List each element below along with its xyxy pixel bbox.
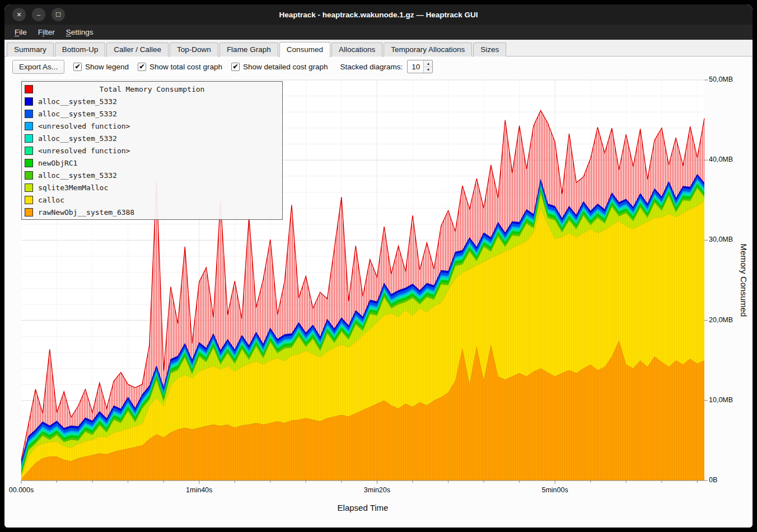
checkmark-icon: ✔ bbox=[73, 63, 82, 71]
menu-settings[interactable]: Settings bbox=[60, 26, 99, 39]
legend-color-swatch bbox=[25, 208, 33, 216]
spinbox-arrows: ▲ ▼ bbox=[423, 60, 432, 73]
legend-color-swatch bbox=[25, 171, 33, 180]
checkmark-icon: ✔ bbox=[138, 63, 146, 71]
legend-item-label: rawNewObj__system_6388 bbox=[38, 208, 134, 216]
chart-area: Total Memory Consumptionalloc__system_53… bbox=[4, 77, 753, 528]
tab-summary[interactable]: Summary bbox=[7, 43, 54, 57]
checkmark-icon: ✔ bbox=[231, 63, 240, 71]
legend-item-label: alloc__system_5332 bbox=[38, 171, 117, 180]
legend-title: Total Memory Consumption bbox=[22, 85, 282, 93]
stacked-diagrams-value: 10 bbox=[408, 60, 423, 73]
legend-color-swatch bbox=[25, 196, 33, 204]
legend-color-swatch bbox=[25, 183, 33, 192]
tab-temporary-allocations[interactable]: Temporary Allocations bbox=[384, 43, 472, 57]
y-axis-tick-label: 10,0MB bbox=[709, 396, 733, 404]
legend-item-label: alloc__system_5332 bbox=[38, 134, 117, 143]
maximize-button[interactable]: ☐ bbox=[52, 8, 65, 21]
checkbox-label: Show detailed cost graph bbox=[243, 63, 328, 71]
titlebar[interactable]: ✕ – ☐ Heaptrack - heaptrack.wakunode.1.g… bbox=[4, 4, 753, 25]
x-axis-title: Elapsed Time bbox=[338, 503, 389, 512]
tab-top-down[interactable]: Top-Down bbox=[170, 43, 218, 57]
stacked-diagrams-label: Stacked diagrams: bbox=[340, 63, 403, 71]
toolbar: Export As... ✔Show legend✔Show total cos… bbox=[4, 57, 753, 77]
chart-legend: Total Memory Consumptionalloc__system_53… bbox=[21, 81, 283, 220]
checkbox-show-detailed-cost-graph[interactable]: ✔Show detailed cost graph bbox=[231, 63, 328, 71]
tab-caller-callee[interactable]: Caller / Callee bbox=[106, 43, 169, 57]
legend-item-unresolved-function: <unresolved function> bbox=[22, 144, 282, 157]
legend-item-alloc-system-5332: alloc__system_5332 bbox=[22, 132, 282, 144]
y-axis-tick-label: 30,0MB bbox=[709, 236, 733, 243]
checkbox-label: Show legend bbox=[85, 63, 129, 71]
legend-item-calloc: calloc bbox=[22, 194, 282, 206]
minimize-icon: – bbox=[37, 12, 40, 18]
spin-up-button[interactable]: ▲ bbox=[424, 60, 432, 67]
legend-color-swatch bbox=[25, 122, 33, 130]
close-button[interactable]: ✕ bbox=[12, 8, 26, 21]
legend-item-newobjrc1: newObjRC1 bbox=[22, 157, 282, 169]
tab-sizes[interactable]: Sizes bbox=[473, 43, 506, 57]
legend-item-rawnewobj-system-6388: rawNewObj__system_6388 bbox=[22, 206, 282, 218]
chevron-down-icon: ▼ bbox=[426, 68, 430, 72]
checkbox-label: Show total cost graph bbox=[149, 63, 222, 71]
checkbox-group: ✔Show legend✔Show total cost graph✔Show … bbox=[73, 63, 328, 71]
close-icon: ✕ bbox=[16, 12, 21, 18]
checkbox-show-total-cost-graph[interactable]: ✔Show total cost graph bbox=[138, 63, 222, 71]
legend-item-label: newObjRC1 bbox=[38, 159, 77, 167]
legend-item-alloc-system-5332: alloc__system_5332 bbox=[22, 169, 282, 181]
legend-item-label: alloc__system_5332 bbox=[38, 97, 117, 106]
minimize-button[interactable]: – bbox=[32, 8, 45, 21]
legend-color-swatch bbox=[25, 97, 33, 106]
legend-color-swatch bbox=[25, 159, 33, 167]
x-axis-tick-label: 5min00s bbox=[541, 486, 568, 494]
y-axis-tick-label: 40,0MB bbox=[709, 156, 733, 163]
tab-bar: SummaryBottom-UpCaller / CalleeTop-DownF… bbox=[4, 40, 753, 57]
y-axis-tick-label: 50,0MB bbox=[709, 76, 733, 83]
stacked-diagrams-spinbox[interactable]: 10 ▲ ▼ bbox=[407, 60, 433, 73]
legend-item-alloc-system-5332: alloc__system_5332 bbox=[22, 107, 282, 120]
export-as-button[interactable]: Export As... bbox=[12, 60, 64, 74]
legend-color-swatch bbox=[25, 147, 33, 155]
x-axis-tick-label: 00.000s bbox=[9, 486, 34, 494]
x-axis-tick-label: 3min20s bbox=[364, 486, 390, 494]
legend-item-label: calloc bbox=[38, 196, 64, 204]
menu-filter[interactable]: Filter bbox=[32, 26, 60, 39]
legend-item-unresolved-function: <unresolved function> bbox=[22, 120, 282, 132]
y-axis-tick-label: 20,0MB bbox=[709, 316, 733, 324]
x-axis-tick-label: 1min40s bbox=[186, 486, 212, 494]
y-axis-title: Memory Consumed bbox=[739, 244, 749, 317]
y-axis-tick-label: 0B bbox=[709, 476, 717, 484]
legend-color-swatch bbox=[25, 134, 33, 143]
legend-item-sqlite3memmalloc: sqlite3MemMalloc bbox=[22, 181, 282, 194]
menubar: FileFilterSettings bbox=[4, 25, 753, 40]
window-controls: ✕ – ☐ bbox=[12, 8, 65, 21]
legend-color-swatch bbox=[25, 110, 33, 118]
legend-item-label: sqlite3MemMalloc bbox=[38, 183, 108, 192]
maximize-icon: ☐ bbox=[55, 12, 61, 18]
checkbox-show-legend[interactable]: ✔Show legend bbox=[73, 63, 129, 71]
legend-item-label: alloc__system_5332 bbox=[38, 110, 117, 118]
spin-down-button[interactable]: ▼ bbox=[424, 67, 432, 73]
legend-item-alloc-system-5332: alloc__system_5332 bbox=[22, 95, 282, 107]
legend-item-label: <unresolved function> bbox=[38, 147, 130, 155]
menu-file[interactable]: File bbox=[9, 26, 32, 39]
window-title: Heaptrack - heaptrack.wakunode.1.gz — He… bbox=[4, 11, 753, 19]
heaptrack-window: ✕ – ☐ Heaptrack - heaptrack.wakunode.1.g… bbox=[4, 4, 753, 528]
legend-title-row: Total Memory Consumption bbox=[22, 83, 282, 95]
tab-allocations[interactable]: Allocations bbox=[331, 43, 382, 57]
legend-item-label: <unresolved function> bbox=[38, 122, 130, 130]
tab-flame-graph[interactable]: Flame Graph bbox=[219, 43, 278, 57]
tab-bottom-up[interactable]: Bottom-Up bbox=[55, 43, 106, 57]
chevron-up-icon: ▲ bbox=[426, 62, 430, 65]
tab-consumed[interactable]: Consumed bbox=[279, 42, 330, 57]
